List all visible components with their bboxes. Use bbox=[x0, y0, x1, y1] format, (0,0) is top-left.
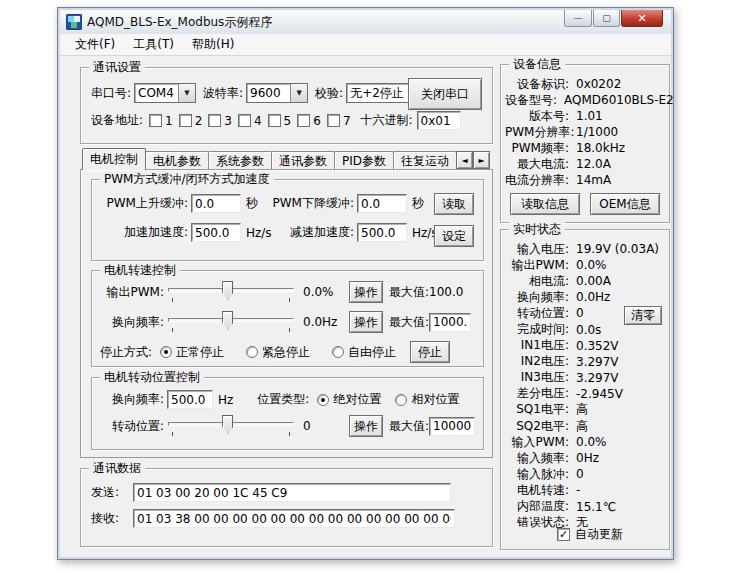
accel-group-title: PWM方式缓冲/闭环方式加速度 bbox=[100, 172, 274, 186]
addr-checkbox-3[interactable] bbox=[208, 114, 221, 127]
tab-scroll-right-button[interactable]: ► bbox=[473, 151, 490, 169]
maximize-button[interactable]: ▢ bbox=[593, 10, 620, 27]
chevron-down-icon[interactable]: ▼ bbox=[290, 84, 307, 102]
decel-input[interactable] bbox=[357, 223, 407, 242]
radio-relative-position[interactable] bbox=[395, 394, 407, 406]
arrow-right-icon: ► bbox=[478, 156, 484, 165]
status-row: 输入频率:0Hz bbox=[505, 450, 665, 466]
set-button[interactable]: 设定 bbox=[434, 225, 474, 247]
client-area: 通讯设置 串口号: COM4 ▼ 波特率: 9600 ▼ 校验: 无+2停止 ▼ bbox=[60, 56, 671, 557]
port-value: COM4 bbox=[135, 86, 178, 100]
pwm-rise-input[interactable] bbox=[191, 194, 241, 213]
read-info-button[interactable]: 读取信息 bbox=[510, 193, 580, 215]
tab-pid-params[interactable]: PID参数 bbox=[334, 151, 394, 170]
status-row: 内部温度:15.1℃ bbox=[505, 499, 665, 515]
addr-checkbox-4[interactable] bbox=[238, 114, 251, 127]
pos-max-input[interactable] bbox=[429, 417, 475, 436]
absolute-position-label: 绝对位置 bbox=[333, 391, 381, 408]
device-info-row: 电流分辨率:14mA bbox=[505, 172, 665, 188]
accel-input[interactable] bbox=[191, 223, 241, 242]
titlebar[interactable]: AQMD_BLS-Ex_Modbus示例程序 — ▢ ✕ bbox=[60, 10, 671, 34]
menu-help[interactable]: 帮助(H) bbox=[183, 34, 243, 55]
oem-info-button[interactable]: OEM信息 bbox=[590, 193, 660, 215]
close-port-button[interactable]: 关闭串口 bbox=[408, 78, 482, 110]
stop-button[interactable]: 停止 bbox=[410, 341, 450, 363]
device-address-label: 设备地址: bbox=[91, 112, 143, 129]
parity-value: 无+2停止 bbox=[347, 85, 408, 102]
addr-label-1: 1 bbox=[165, 114, 173, 128]
send-label: 发送: bbox=[91, 484, 127, 501]
freq-max-input[interactable] bbox=[429, 313, 471, 332]
pos-max-label: 最大值: bbox=[389, 418, 429, 435]
output-pwm-operate-button[interactable]: 操作 bbox=[349, 281, 383, 303]
clear-position-button[interactable]: 清零 bbox=[624, 306, 662, 325]
stop-mode-label: 停止方式: bbox=[100, 344, 152, 361]
slider-thumb[interactable] bbox=[222, 415, 233, 434]
addr-checkbox-1[interactable] bbox=[149, 114, 162, 127]
read-button[interactable]: 读取 bbox=[434, 193, 474, 215]
accel-label: 加速加速度: bbox=[100, 224, 188, 241]
send-data-field[interactable] bbox=[133, 483, 451, 502]
radio-absolute-position[interactable] bbox=[317, 394, 329, 406]
tab-reciprocate[interactable]: 往复运动 bbox=[393, 151, 457, 170]
rotate-position-operate-button[interactable]: 操作 bbox=[349, 415, 383, 437]
close-button[interactable]: ✕ bbox=[621, 10, 663, 27]
auto-update-checkbox[interactable]: ✓ bbox=[557, 528, 570, 541]
motor-control-tabpage: PWM方式缓冲/闭环方式加速度 PWM上升缓冲: 秒 PWM下降缓冲: 秒 加速… bbox=[80, 169, 493, 458]
hex-input[interactable] bbox=[417, 111, 461, 130]
position-control-group: 电机转动位置控制 换向频率: Hz 位置类型: 绝对位置 相对位置 转动位置: bbox=[91, 377, 484, 450]
status-row: IN3电压:3.297V bbox=[505, 370, 665, 386]
commutation-freq-label: 换向频率: bbox=[100, 314, 164, 331]
port-label: 串口号: bbox=[91, 85, 131, 102]
menu-file[interactable]: 文件(F) bbox=[66, 34, 124, 55]
realtime-title: 实时状态 bbox=[509, 222, 565, 236]
accel-group: PWM方式缓冲/闭环方式加速度 PWM上升缓冲: 秒 PWM下降缓冲: 秒 加速… bbox=[91, 179, 484, 261]
radio-free-stop[interactable] bbox=[332, 346, 344, 358]
radio-emergency-stop[interactable] bbox=[246, 346, 258, 358]
tab-motor-params[interactable]: 电机参数 bbox=[145, 151, 209, 170]
output-pwm-slider[interactable] bbox=[168, 280, 294, 304]
chevron-down-icon[interactable]: ▼ bbox=[178, 84, 195, 102]
output-pwm-label: 输出PWM: bbox=[100, 284, 164, 301]
tab-comm-params[interactable]: 通讯参数 bbox=[271, 151, 335, 170]
status-row: IN1电压:0.352V bbox=[505, 338, 665, 354]
pos-freq-unit: Hz bbox=[218, 393, 233, 407]
addr-checkbox-5[interactable] bbox=[268, 114, 281, 127]
tab-scroll-left-button[interactable]: ◄ bbox=[456, 151, 473, 169]
addr-checkbox-7[interactable] bbox=[327, 114, 340, 127]
baud-combo[interactable]: 9600 ▼ bbox=[246, 83, 308, 103]
minimize-icon: — bbox=[574, 13, 583, 23]
radio-normal-stop[interactable] bbox=[160, 346, 172, 358]
device-info-row: PWM分辨率:1/1000 bbox=[505, 124, 665, 140]
free-stop-label: 自由停止 bbox=[348, 344, 396, 361]
device-info-row: 版本号:1.01 bbox=[505, 108, 665, 124]
pos-freq-input[interactable] bbox=[167, 390, 213, 409]
port-combo[interactable]: COM4 ▼ bbox=[134, 83, 196, 103]
device-info-row: 设备标识:0x0202 bbox=[505, 76, 665, 92]
addr-checkbox-2[interactable] bbox=[179, 114, 192, 127]
pwm-rise-unit: 秒 bbox=[246, 195, 266, 212]
commutation-freq-slider[interactable] bbox=[168, 310, 294, 334]
realtime-status-group: 实时状态 输入电压:19.9V (0.03A) 输出PWM:0.0% 相电流:0… bbox=[500, 229, 670, 550]
slider-thumb[interactable] bbox=[222, 281, 233, 300]
baud-value: 9600 bbox=[247, 86, 290, 100]
tab-motor-control[interactable]: 电机控制 bbox=[82, 148, 146, 170]
menu-tools[interactable]: 工具(T) bbox=[124, 34, 183, 55]
speed-group-title: 电机转速控制 bbox=[100, 263, 180, 277]
receive-data-field[interactable] bbox=[133, 509, 455, 528]
addr-label-7: 7 bbox=[343, 114, 351, 128]
device-info-row: 设备型号:AQMD6010BLS-E2 bbox=[505, 92, 665, 108]
commutation-freq-operate-button[interactable]: 操作 bbox=[349, 311, 383, 333]
auto-update-label: 自动更新 bbox=[575, 526, 623, 543]
tab-system-params[interactable]: 系统参数 bbox=[208, 151, 272, 170]
slider-thumb[interactable] bbox=[222, 311, 233, 330]
addr-label-5: 5 bbox=[284, 114, 292, 128]
close-icon: ✕ bbox=[637, 12, 646, 25]
rotate-position-slider[interactable] bbox=[168, 414, 294, 438]
minimize-button[interactable]: — bbox=[564, 10, 592, 27]
addr-checkbox-6[interactable] bbox=[297, 114, 310, 127]
pwm-fall-input[interactable] bbox=[357, 194, 407, 213]
status-row: 差分电压:-2.945V bbox=[505, 386, 665, 402]
pos-type-label: 位置类型: bbox=[257, 391, 309, 408]
output-pwm-value: 0.0% bbox=[303, 285, 349, 299]
